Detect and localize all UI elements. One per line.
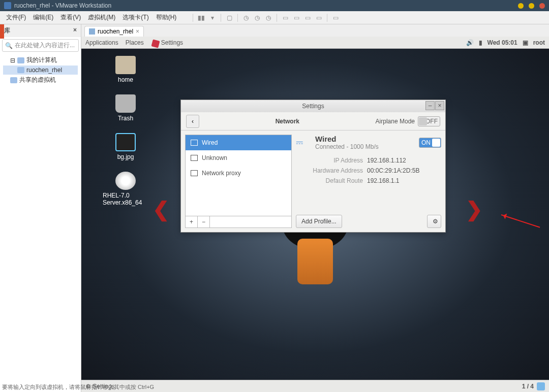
minimize-button[interactable]: – [425,101,435,110]
snapshot-button[interactable]: ▢ [224,13,234,23]
view-button[interactable]: ▭ [280,13,290,23]
conn-name: Wired [315,135,379,143]
annotation-arrow [501,214,540,228]
settings-titlebar[interactable]: Settings – × [181,100,445,112]
image-file-icon [115,133,136,151]
menu-tabs[interactable]: 选项卡(T) [119,12,151,23]
vm-tab[interactable]: ruochen_rhel × [84,26,144,37]
remove-connection-button[interactable]: − [198,216,210,227]
view-button[interactable]: ▭ [314,13,324,23]
guest-desktop[interactable]: Applications Places Settings 🔊 ▮ Wed 05:… [81,37,549,392]
library-header: 库 × [0,24,81,37]
back-button[interactable]: ‹ [186,115,199,128]
vm-tab-icon [89,28,95,35]
minimize-dot[interactable] [518,3,524,9]
monitor-icon [191,155,198,161]
window-title: ruochen_rhel - VMware Workstation [14,2,111,9]
tree-vm-ruochen[interactable]: ruochen_rhel [3,66,78,75]
dropdown-icon[interactable]: ▾ [207,13,218,23]
desktop-bgjpg-icon[interactable]: bg.jpg [103,133,148,160]
search-placeholder: 在此处键入内容进行... [15,41,75,50]
vm-tab-close[interactable]: × [136,28,139,35]
tool-button[interactable]: ◷ [252,13,262,23]
trash-icon [115,94,136,113]
user-menu[interactable]: root [533,39,545,46]
workspace-counter[interactable]: 1 / 4 [522,383,534,390]
monitor-icon [191,140,198,146]
tree-my-computer[interactable]: ⊟ 我的计算机 [3,55,78,66]
default-route-value: 192.168.1.1 [367,177,399,184]
add-connection-button[interactable]: + [186,216,198,227]
menu-help[interactable]: 帮助(H) [153,12,180,23]
hw-address-label: Hardware Address [296,167,367,174]
arrow-left-decoration: ❮ [152,198,170,221]
clock[interactable]: Wed 05:01 [487,39,517,46]
tree-shared-vms[interactable]: 共享的虚拟机 [3,75,78,85]
settings-title-text: Settings [302,103,324,110]
menu-vm[interactable]: 虚拟机(M) [85,12,118,23]
tool-button[interactable]: ◷ [263,13,273,23]
hw-address-value: 00:0C:29:1A:2D:5B [367,167,419,174]
volume-icon[interactable]: 🔊 [466,39,474,46]
home-folder-icon [115,56,136,74]
menu-view[interactable]: 查看(V) [57,12,84,23]
maximize-dot[interactable] [529,3,534,9]
close-dot[interactable] [539,3,545,9]
connection-item-unknown[interactable]: Unknown [186,150,291,166]
airplane-mode-label: Airplane Mode [376,118,415,125]
settings-menu[interactable]: Settings [161,39,183,46]
tool-button[interactable]: ◷ [241,13,251,23]
ip-address-value: 192.168.1.112 [367,157,406,164]
input-hint: 要将输入定向到该虚拟机，请将鼠标指针移入其中或按 Ctrl+G [0,382,156,392]
monitor-icon [191,170,198,176]
airplane-mode-toggle[interactable]: OFF [418,116,440,126]
fullscreen-button[interactable]: ▭ [330,13,341,23]
conn-status: Connected - 1000 Mb/s [315,143,379,150]
pause-button[interactable]: ▮▮ [196,13,206,23]
library-tree[interactable]: ⊟ 我的计算机 ruochen_rhel 共享的虚拟机 [0,54,81,86]
settings-window: Settings – × ‹ Network Airplane Mode OFF [180,100,446,233]
desktop-rhel-disc-icon[interactable]: RHEL-7.0 Server.x86_64 [103,172,148,206]
connection-detail-panel: ⎓ Wired Connected - 1000 Mb/s ON IP Addr… [296,135,441,228]
desktop-trash-icon[interactable]: Trash [103,94,148,122]
section-title: Network [199,118,376,125]
disc-icon [115,172,136,190]
vmware-toolbar: ▮▮ ▾ ▢ ◷ ◷ ◷ ▭ ▭ ▭ ▭ ▭ [191,13,341,23]
default-route-label: Default Route [296,177,367,184]
library-sidebar: 库 × 🔍 在此处键入内容进行... ⊟ 我的计算机 ruochen_rhel … [0,24,81,392]
window-controls[interactable] [518,3,545,9]
menu-edit[interactable]: 编辑(E) [30,12,56,23]
desktop-home-icon[interactable]: home [103,56,148,83]
computer-icon [17,57,24,63]
view-button[interactable]: ▭ [302,13,313,23]
close-button[interactable]: × [435,101,444,110]
connection-item-wired[interactable]: Wired [186,135,291,150]
places-menu[interactable]: Places [126,39,144,46]
workspace-switcher[interactable] [537,382,545,390]
vm-icon [17,67,24,73]
separator [277,14,277,22]
applications-menu[interactable]: Applications [85,39,118,46]
connection-settings-button[interactable]: ⚙ [427,215,441,228]
vm-tab-row: ruochen_rhel × [81,24,549,37]
library-close[interactable]: × [73,26,77,35]
connection-item-proxy[interactable]: Network proxy [186,166,291,181]
connection-toggle[interactable]: ON [419,138,441,148]
vmware-menubar: 文件(F) 编辑(E) 查看(V) 虚拟机(M) 选项卡(T) 帮助(H) ▮▮… [0,11,549,24]
library-label: 库 [4,26,10,35]
library-search[interactable]: 🔍 在此处键入内容进行... [2,39,79,52]
gnome-top-bar: Applications Places Settings 🔊 ▮ Wed 05:… [81,37,549,49]
add-profile-button[interactable]: Add Profile... [296,215,342,228]
view-button[interactable]: ▭ [291,13,301,23]
search-icon: 🔍 [5,42,13,49]
guest-wallpaper[interactable]: home Trash bg.jpg RHEL-7.0 Server.x86_64… [81,49,549,380]
ip-address-label: IP Address [296,157,367,164]
separator [237,14,238,22]
connections-list: Wired Unknown Network proxy + − [185,135,292,228]
menu-file[interactable]: 文件(F) [3,12,29,23]
battery-icon[interactable]: ▮ [479,39,482,46]
vmware-icon [4,2,11,9]
plug-icon: ⎓ [296,135,311,150]
separator [327,14,327,22]
vmware-titlebar: ruochen_rhel - VMware Workstation [0,0,549,11]
